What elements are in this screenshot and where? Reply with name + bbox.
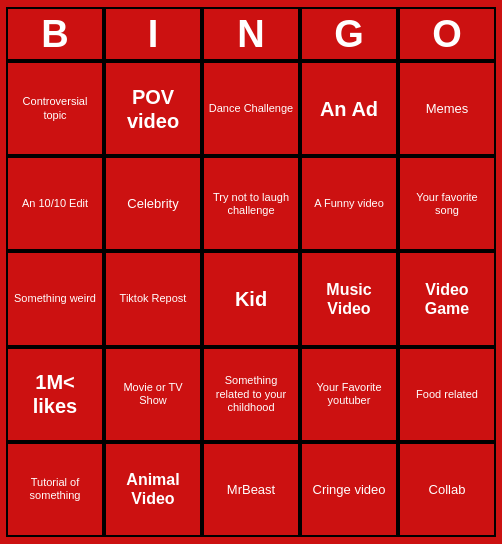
cell-0[interactable]: Controversial topic: [6, 61, 104, 156]
cell-17[interactable]: Something related to your childhood: [202, 347, 300, 442]
bingo-grid: Controversial topic POV video Dance Chal…: [6, 61, 496, 537]
header-g: G: [300, 7, 398, 61]
cell-1[interactable]: POV video: [104, 61, 202, 156]
cell-7[interactable]: Try not to laugh challenge: [202, 156, 300, 251]
cell-22[interactable]: MrBeast: [202, 442, 300, 537]
cell-10[interactable]: Something weird: [6, 251, 104, 346]
header-n: N: [202, 7, 300, 61]
cell-19[interactable]: Food related: [398, 347, 496, 442]
cell-24[interactable]: Collab: [398, 442, 496, 537]
cell-9[interactable]: Your favorite song: [398, 156, 496, 251]
cell-6[interactable]: Celebrity: [104, 156, 202, 251]
cell-5[interactable]: An 10/10 Edit: [6, 156, 104, 251]
cell-16[interactable]: Movie or TV Show: [104, 347, 202, 442]
cell-11[interactable]: Tiktok Repost: [104, 251, 202, 346]
cell-21[interactable]: Animal Video: [104, 442, 202, 537]
cell-13[interactable]: Music Video: [300, 251, 398, 346]
header-b: B: [6, 7, 104, 61]
cell-15[interactable]: 1M< likes: [6, 347, 104, 442]
cell-3[interactable]: An Ad: [300, 61, 398, 156]
bingo-header: B I N G O: [6, 7, 496, 61]
cell-2[interactable]: Dance Challenge: [202, 61, 300, 156]
cell-14[interactable]: Video Game: [398, 251, 496, 346]
cell-23[interactable]: Cringe video: [300, 442, 398, 537]
bingo-card: B I N G O Controversial topic POV video …: [6, 7, 496, 537]
cell-20[interactable]: Tutorial of something: [6, 442, 104, 537]
header-o: O: [398, 7, 496, 61]
cell-12[interactable]: Kid: [202, 251, 300, 346]
cell-4[interactable]: Memes: [398, 61, 496, 156]
cell-18[interactable]: Your Favorite youtuber: [300, 347, 398, 442]
cell-8[interactable]: A Funny video: [300, 156, 398, 251]
header-i: I: [104, 7, 202, 61]
